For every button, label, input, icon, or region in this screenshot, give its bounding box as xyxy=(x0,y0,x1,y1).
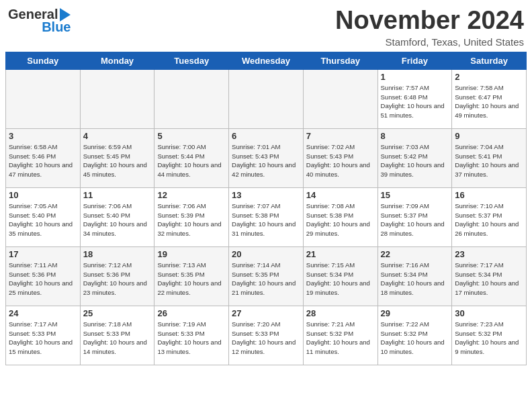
calendar-week-row: 3Sunrise: 6:58 AM Sunset: 5:46 PM Daylig… xyxy=(6,128,527,187)
day-info: Sunrise: 7:11 AM Sunset: 5:36 PM Dayligh… xyxy=(9,261,77,298)
day-info: Sunrise: 7:09 AM Sunset: 5:37 PM Dayligh… xyxy=(381,201,449,238)
calendar-week-row: 17Sunrise: 7:11 AM Sunset: 5:36 PM Dayli… xyxy=(6,246,527,306)
day-number: 10 xyxy=(9,190,77,200)
day-cell: 30Sunrise: 7:23 AM Sunset: 5:32 PM Dayli… xyxy=(452,306,527,365)
day-cell: 8Sunrise: 7:03 AM Sunset: 5:42 PM Daylig… xyxy=(378,128,452,187)
day-info: Sunrise: 7:07 AM Sunset: 5:38 PM Dayligh… xyxy=(232,201,300,238)
day-number: 27 xyxy=(232,308,300,318)
day-cell xyxy=(154,69,229,128)
calendar-header-row: SundayMondayTuesdayWednesdayThursdayFrid… xyxy=(6,52,527,69)
day-info: Sunrise: 7:22 AM Sunset: 5:32 PM Dayligh… xyxy=(381,320,449,357)
col-header-sunday: Sunday xyxy=(6,52,81,69)
day-cell: 6Sunrise: 7:01 AM Sunset: 5:43 PM Daylig… xyxy=(229,128,304,187)
day-cell: 19Sunrise: 7:13 AM Sunset: 5:35 PM Dayli… xyxy=(154,246,229,306)
day-info: Sunrise: 7:13 AM Sunset: 5:35 PM Dayligh… xyxy=(157,261,226,298)
day-number: 23 xyxy=(455,249,523,259)
day-info: Sunrise: 7:19 AM Sunset: 5:33 PM Dayligh… xyxy=(157,320,226,357)
day-cell: 24Sunrise: 7:17 AM Sunset: 5:33 PM Dayli… xyxy=(6,306,81,365)
day-number: 3 xyxy=(9,131,77,141)
day-info: Sunrise: 6:58 AM Sunset: 5:46 PM Dayligh… xyxy=(9,142,77,179)
day-number: 7 xyxy=(306,131,375,141)
day-number: 15 xyxy=(381,190,449,200)
day-cell xyxy=(229,69,304,128)
day-number: 30 xyxy=(455,308,523,318)
day-number: 29 xyxy=(381,308,449,318)
day-number: 22 xyxy=(381,249,449,259)
day-cell: 14Sunrise: 7:08 AM Sunset: 5:38 PM Dayli… xyxy=(303,187,378,246)
day-cell xyxy=(80,69,154,128)
day-info: Sunrise: 7:21 AM Sunset: 5:32 PM Dayligh… xyxy=(306,320,375,357)
day-info: Sunrise: 7:12 AM Sunset: 5:36 PM Dayligh… xyxy=(83,261,152,298)
calendar-week-row: 1Sunrise: 7:57 AM Sunset: 6:48 PM Daylig… xyxy=(6,69,527,128)
day-cell: 11Sunrise: 7:06 AM Sunset: 5:40 PM Dayli… xyxy=(80,187,154,246)
day-cell: 16Sunrise: 7:10 AM Sunset: 5:37 PM Dayli… xyxy=(452,187,527,246)
day-info: Sunrise: 7:23 AM Sunset: 5:32 PM Dayligh… xyxy=(455,320,523,357)
col-header-friday: Friday xyxy=(378,52,452,69)
day-info: Sunrise: 6:59 AM Sunset: 5:45 PM Dayligh… xyxy=(83,142,152,179)
title-block: November 2024 Stamford, Texas, United St… xyxy=(335,7,524,48)
day-info: Sunrise: 7:14 AM Sunset: 5:35 PM Dayligh… xyxy=(232,261,300,298)
day-number: 20 xyxy=(232,249,300,259)
day-cell: 10Sunrise: 7:05 AM Sunset: 5:40 PM Dayli… xyxy=(6,187,81,246)
day-cell: 28Sunrise: 7:21 AM Sunset: 5:32 PM Dayli… xyxy=(303,306,378,365)
col-header-saturday: Saturday xyxy=(452,52,527,69)
day-cell xyxy=(303,69,378,128)
day-info: Sunrise: 7:05 AM Sunset: 5:40 PM Dayligh… xyxy=(9,201,77,238)
day-info: Sunrise: 7:15 AM Sunset: 5:34 PM Dayligh… xyxy=(306,261,375,298)
day-info: Sunrise: 7:08 AM Sunset: 5:38 PM Dayligh… xyxy=(306,201,375,238)
day-cell: 26Sunrise: 7:19 AM Sunset: 5:33 PM Dayli… xyxy=(154,306,229,365)
day-number: 1 xyxy=(381,72,449,82)
day-info: Sunrise: 7:06 AM Sunset: 5:40 PM Dayligh… xyxy=(83,201,152,238)
day-cell: 22Sunrise: 7:16 AM Sunset: 5:34 PM Dayli… xyxy=(378,246,452,306)
day-cell: 15Sunrise: 7:09 AM Sunset: 5:37 PM Dayli… xyxy=(378,187,452,246)
day-number: 16 xyxy=(455,190,523,200)
day-number: 24 xyxy=(9,308,77,318)
day-info: Sunrise: 7:17 AM Sunset: 5:33 PM Dayligh… xyxy=(9,320,77,357)
location-subtitle: Stamford, Texas, United States xyxy=(335,36,524,48)
day-cell: 29Sunrise: 7:22 AM Sunset: 5:32 PM Dayli… xyxy=(378,306,452,365)
day-cell: 18Sunrise: 7:12 AM Sunset: 5:36 PM Dayli… xyxy=(80,246,154,306)
col-header-wednesday: Wednesday xyxy=(229,52,304,69)
day-cell: 7Sunrise: 7:02 AM Sunset: 5:43 PM Daylig… xyxy=(303,128,378,187)
month-title: November 2024 xyxy=(335,7,524,35)
calendar-week-row: 24Sunrise: 7:17 AM Sunset: 5:33 PM Dayli… xyxy=(6,306,527,365)
day-cell: 27Sunrise: 7:20 AM Sunset: 5:33 PM Dayli… xyxy=(229,306,304,365)
day-info: Sunrise: 7:58 AM Sunset: 6:47 PM Dayligh… xyxy=(455,83,523,120)
calendar-week-row: 10Sunrise: 7:05 AM Sunset: 5:40 PM Dayli… xyxy=(6,187,527,246)
day-cell: 9Sunrise: 7:04 AM Sunset: 5:41 PM Daylig… xyxy=(452,128,527,187)
day-number: 9 xyxy=(455,131,523,141)
day-cell: 20Sunrise: 7:14 AM Sunset: 5:35 PM Dayli… xyxy=(229,246,304,306)
day-info: Sunrise: 7:03 AM Sunset: 5:42 PM Dayligh… xyxy=(381,142,449,179)
day-number: 5 xyxy=(157,131,226,141)
col-header-tuesday: Tuesday xyxy=(154,52,229,69)
day-cell: 13Sunrise: 7:07 AM Sunset: 5:38 PM Dayli… xyxy=(229,187,304,246)
day-info: Sunrise: 7:02 AM Sunset: 5:43 PM Dayligh… xyxy=(306,142,375,179)
day-cell: 17Sunrise: 7:11 AM Sunset: 5:36 PM Dayli… xyxy=(6,246,81,306)
day-cell: 4Sunrise: 6:59 AM Sunset: 5:45 PM Daylig… xyxy=(80,128,154,187)
day-info: Sunrise: 7:10 AM Sunset: 5:37 PM Dayligh… xyxy=(455,201,523,238)
day-cell: 12Sunrise: 7:06 AM Sunset: 5:39 PM Dayli… xyxy=(154,187,229,246)
col-header-monday: Monday xyxy=(80,52,154,69)
day-number: 21 xyxy=(306,249,375,259)
day-cell: 2Sunrise: 7:58 AM Sunset: 6:47 PM Daylig… xyxy=(452,69,527,128)
day-number: 12 xyxy=(157,190,226,200)
day-info: Sunrise: 7:18 AM Sunset: 5:33 PM Dayligh… xyxy=(83,320,152,357)
day-info: Sunrise: 7:04 AM Sunset: 5:41 PM Dayligh… xyxy=(455,142,523,179)
day-cell: 21Sunrise: 7:15 AM Sunset: 5:34 PM Dayli… xyxy=(303,246,378,306)
day-number: 19 xyxy=(157,249,226,259)
day-cell: 25Sunrise: 7:18 AM Sunset: 5:33 PM Dayli… xyxy=(80,306,154,365)
day-cell xyxy=(6,69,81,128)
day-cell: 3Sunrise: 6:58 AM Sunset: 5:46 PM Daylig… xyxy=(6,128,81,187)
logo-blue-text: Blue xyxy=(42,19,71,35)
day-number: 14 xyxy=(306,190,375,200)
day-info: Sunrise: 7:00 AM Sunset: 5:44 PM Dayligh… xyxy=(157,142,226,179)
header: General Blue November 2024 Stamford, Tex… xyxy=(0,0,532,52)
day-number: 13 xyxy=(232,190,300,200)
day-number: 6 xyxy=(232,131,300,141)
day-info: Sunrise: 7:20 AM Sunset: 5:33 PM Dayligh… xyxy=(232,320,300,357)
day-info: Sunrise: 7:01 AM Sunset: 5:43 PM Dayligh… xyxy=(232,142,300,179)
day-cell: 23Sunrise: 7:17 AM Sunset: 5:34 PM Dayli… xyxy=(452,246,527,306)
day-number: 25 xyxy=(83,308,152,318)
day-info: Sunrise: 7:17 AM Sunset: 5:34 PM Dayligh… xyxy=(455,261,523,298)
day-number: 4 xyxy=(83,131,152,141)
